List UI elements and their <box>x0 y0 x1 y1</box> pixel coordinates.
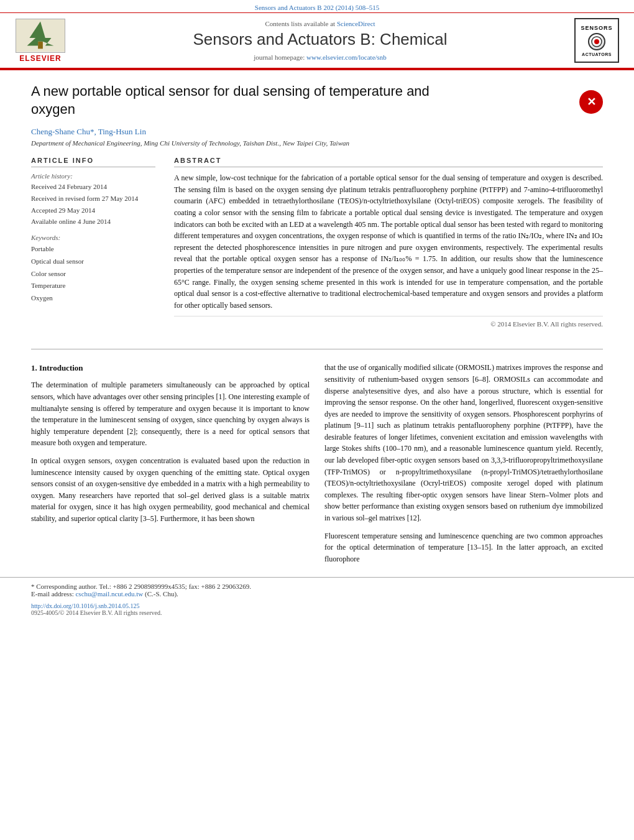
copyright-line: © 2014 Elsevier B.V. All rights reserved… <box>174 316 603 328</box>
online-date: Available online 4 June 2014 <box>31 216 155 228</box>
section-number: 1. <box>31 363 39 372</box>
svg-rect-1 <box>38 41 43 48</box>
journal-homepage: journal homepage: www.elsevier.com/locat… <box>81 53 559 61</box>
email-link[interactable]: cschu@mail.ncut.edu.tw <box>75 590 143 598</box>
revised-date: Received in revised form 27 May 2014 <box>31 193 155 205</box>
body-left-column: 1. Introduction The determination of mul… <box>31 362 310 571</box>
body-divider <box>31 349 603 349</box>
article-content: ✕ A new portable optical sensor for dual… <box>0 70 634 343</box>
keywords-label: Keywords: <box>31 234 155 241</box>
right-para2: Fluorescent temperature sensing and lumi… <box>324 530 603 565</box>
article-dates: Received 24 February 2014 Received in re… <box>31 181 155 228</box>
keyword-3: Color sensor <box>31 268 155 280</box>
elsevier-tree-image <box>16 19 65 53</box>
doi-link[interactable]: http://dx.doi.org/10.1016/j.snb.2014.05.… <box>31 602 140 609</box>
footer-bottom: http://dx.doi.org/10.1016/j.snb.2014.05.… <box>0 601 634 620</box>
authors: Cheng-Shane Chu*, Ting-Hsun Lin <box>31 127 603 137</box>
page: Sensors and Actuators B 202 (2014) 508–5… <box>0 0 634 840</box>
contents-available: Contents lists available at ScienceDirec… <box>81 20 559 27</box>
intro-para1: The determination of multiple parameters… <box>31 379 310 449</box>
received-date: Received 24 February 2014 <box>31 181 155 193</box>
header-banner: ELSEVIER Contents lists available at Sci… <box>0 12 634 68</box>
email-line: E-mail address: cschu@mail.ncut.edu.tw (… <box>31 590 603 598</box>
article-history-label: Article history: <box>31 172 155 180</box>
keyword-2: Optical dual sensor <box>31 256 155 268</box>
journal-title-center: Contents lists available at ScienceDirec… <box>68 20 572 60</box>
footnote-star: * Corresponding author. Tel.: +886 2 290… <box>31 583 603 590</box>
article-info-heading: ARTICLE INFO <box>31 157 155 167</box>
journal-logo-right: SENSORS AcTuators <box>572 18 622 63</box>
journal-name: Sensors and Actuators B: Chemical <box>81 30 559 49</box>
elsevier-text-label: ELSEVIER <box>19 54 61 63</box>
body-columns: 1. Introduction The determination of mul… <box>0 356 634 577</box>
affiliation: Department of Mechanical Engineering, Mi… <box>31 139 603 147</box>
journal-ref-line: Sensors and Actuators B 202 (2014) 508–5… <box>0 0 634 12</box>
intro-heading: 1. Introduction <box>31 362 310 374</box>
issn-line: 0925-4005/© 2014 Elsevier B.V. All right… <box>31 609 603 616</box>
logo-circle-icon <box>588 33 605 50</box>
article-info-panel: ARTICLE INFO Article history: Received 2… <box>31 157 155 328</box>
keyword-4: Temperature <box>31 280 155 292</box>
author-names: Cheng-Shane Chu*, Ting-Hsun Lin <box>31 127 146 136</box>
svg-point-4 <box>594 39 599 44</box>
body-right-column: that the use of organically modified sil… <box>324 362 603 571</box>
journal-ref: Sensors and Actuators B 202 (2014) 508–5… <box>255 4 379 11</box>
crossmark-badge[interactable]: ✕ <box>579 90 603 114</box>
abstract-panel: ABSTRACT A new simple, low-cost techniqu… <box>174 157 603 328</box>
sciencedirect-link[interactable]: ScienceDirect <box>337 20 375 27</box>
keywords-list: Portable Optical dual sensor Color senso… <box>31 243 155 305</box>
intro-para2: In optical oxygen sensors, oxygen concen… <box>31 455 310 525</box>
svg-text:✕: ✕ <box>587 96 596 108</box>
footer-notes: * Corresponding author. Tel.: +886 2 290… <box>0 577 634 601</box>
article-info-abstract: ARTICLE INFO Article history: Received 2… <box>31 157 603 328</box>
keyword-1: Portable <box>31 243 155 256</box>
sensors-actuators-logo: SENSORS AcTuators <box>574 18 619 63</box>
abstract-heading: ABSTRACT <box>174 157 603 167</box>
elsevier-logo: ELSEVIER <box>12 19 68 63</box>
right-para1: that the use of organically modified sil… <box>324 362 603 524</box>
abstract-text: A new simple, low-cost technique for the… <box>174 172 603 311</box>
keyword-5: Oxygen <box>31 292 155 305</box>
journal-url[interactable]: www.elsevier.com/locate/snb <box>306 53 387 61</box>
section-title: Introduction <box>39 363 83 372</box>
article-title: A new portable optical sensor for dual s… <box>31 83 454 118</box>
accepted-date: Accepted 29 May 2014 <box>31 205 155 216</box>
